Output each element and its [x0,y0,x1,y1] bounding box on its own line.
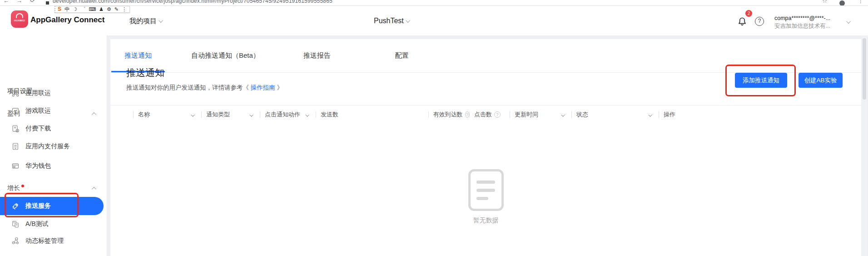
column-reach-count[interactable]: 有效到达数 ? [428,111,469,118]
add-push-notification-button[interactable]: 添加推送通知 [735,73,787,88]
browser-chrome: ← → ⟳ developer.huawei.com/consumer/cn/s… [0,0,868,6]
sidebar-section-grow[interactable]: 增长 [0,180,107,197]
chevron-up-icon [92,186,96,191]
help-circle-icon[interactable]: ? [494,111,501,118]
logo-bag-icon [16,13,23,18]
chevron-down-icon [562,110,565,119]
sidebar-item-ab-test[interactable]: A B A/B测试 [0,216,107,233]
empty-state: 暂无数据 [110,169,861,225]
notification-badge: 2 [745,10,752,17]
ab-test-icon: A B [11,220,20,228]
empty-state-text: 暂无数据 [110,216,861,225]
column-click-action[interactable]: 点击通知动作 [260,111,316,118]
sidebar-item-push-service[interactable]: 推送服务 [0,197,104,215]
create-ab-test-button[interactable]: 创建AB实验 [799,73,843,88]
rocket-icon [11,202,20,210]
nav-my-projects[interactable]: 我的项目 [129,17,163,25]
svg-text:¥: ¥ [14,125,16,130]
ime-lang-icon[interactable]: 中 [64,6,69,12]
svg-text:B: B [16,223,18,226]
browser-back-icon[interactable]: ← [3,0,9,4]
browser-reload-icon[interactable]: ⟳ [30,0,35,4]
sidebar-item-game-union[interactable]: 游戏联运 [0,102,107,120]
dynamic-tag-icon [11,237,20,245]
chevron-down-icon [251,110,253,119]
chevron-down-icon [159,18,163,23]
column-click-count[interactable]: 点击数 ? [469,111,510,118]
sidebar-item-iap[interactable]: 应用内支付服务 [0,138,107,155]
account-menu[interactable]: compa********@****-... 安吉加加信息技术有... [774,15,845,30]
ime-more-icon[interactable]: ⋮ [122,6,127,12]
ime-toolbar: S 中 ☽ ゜ ⌨ ♟ ⚙ ✎ ⋮ [55,6,130,13]
table-header: 名称 通知类型 点击通知动作 发送数 有效到达数 ? 点击数 ? [110,105,861,124]
sogou-logo-icon[interactable]: S [58,6,61,12]
ime-shape-icon[interactable]: ☽ [73,6,77,12]
new-indicator-dot [21,185,24,187]
notification-bell-icon[interactable] [737,16,748,27]
sidebar-item-huawei-wallet[interactable]: 华为钱包 [0,157,107,175]
project-switcher[interactable]: PushTest [374,17,410,25]
chevron-down-icon [406,18,410,23]
column-name[interactable]: 名称 [133,111,201,118]
ime-punct-icon[interactable]: ゜ [80,6,85,12]
column-update-time[interactable]: 更新时间 [510,111,571,118]
page-scrollbar [862,36,867,256]
site-icon [46,1,49,5]
browser-profile-avatar[interactable] [839,0,845,6]
help-icon[interactable]: ? [755,17,764,26]
ime-keyboard-icon[interactable]: ⌨ [89,6,96,12]
account-chevron-icon[interactable] [846,19,851,24]
game-union-icon [11,107,20,115]
empty-document-icon [468,169,504,211]
sidebar: 项目设置 盈利 应用联运 游戏联运 ¥ [0,35,107,256]
account-company: 安吉加加信息技术有... [774,22,845,30]
account-email: compa********@****-... [774,15,845,22]
scrollbar-thumb[interactable] [863,38,866,100]
help-circle-icon[interactable]: ? [465,111,469,118]
app-union-icon [11,89,20,97]
page-title: 推送通知 [126,66,164,79]
tab-bar: 推送通知 自动推送通知（Beta） 推送报告 配置 [110,39,861,73]
appgallery-logo: HUAWEI [11,10,28,28]
sidebar-item-paid-download[interactable]: ¥ 付费下载 [0,120,107,137]
address-bar[interactable]: developer.huawei.com/consumer/cn/service… [53,0,332,4]
brand-title: AppGallery Connect [30,15,104,25]
main-panel: 推送通知 自动推送通知（Beta） 推送报告 配置 推送通知 推送通知对你的用户… [110,39,861,256]
browser-forward-icon[interactable]: → [16,0,22,4]
browser-menu-icon[interactable]: ⋮ [858,0,863,4]
chevron-down-icon [192,110,195,119]
ime-tools-icon[interactable]: ⚙ [107,6,111,12]
svg-text:A: A [13,221,15,224]
column-sent-count[interactable]: 发送数 [316,111,428,118]
ime-user-icon[interactable]: ♟ [99,6,104,12]
tab-auto-push-beta[interactable]: 自动推送通知（Beta） [191,39,260,72]
page-description: 推送通知对你的用户发送通知，详情请参考《 操作指南 》 [126,84,283,92]
app-header: HUAWEI AppGallery Connect 我的项目 PushTest … [0,6,868,35]
guide-link[interactable]: 操作指南 [251,84,275,91]
iap-service-icon [11,142,20,151]
ime-clipboard-icon[interactable]: ✎ [114,6,119,12]
bookmark-star-icon[interactable]: ☆ [822,0,828,4]
column-status[interactable]: 状态 [571,111,659,118]
paid-download-icon: ¥ [11,125,20,133]
chevron-down-icon [307,110,309,119]
sidebar-item-app-union[interactable]: 应用联运 [0,85,107,102]
tab-config[interactable]: 配置 [395,39,409,72]
sidebar-item-dynamic-tag[interactable]: 动态标签管理 [0,232,107,250]
column-notification-type[interactable]: 通知类型 [201,111,260,118]
tab-push-report[interactable]: 推送报告 [303,39,331,72]
chevron-down-icon [650,110,652,119]
column-operation[interactable]: 操作 [659,111,845,118]
wallet-icon [11,162,20,170]
